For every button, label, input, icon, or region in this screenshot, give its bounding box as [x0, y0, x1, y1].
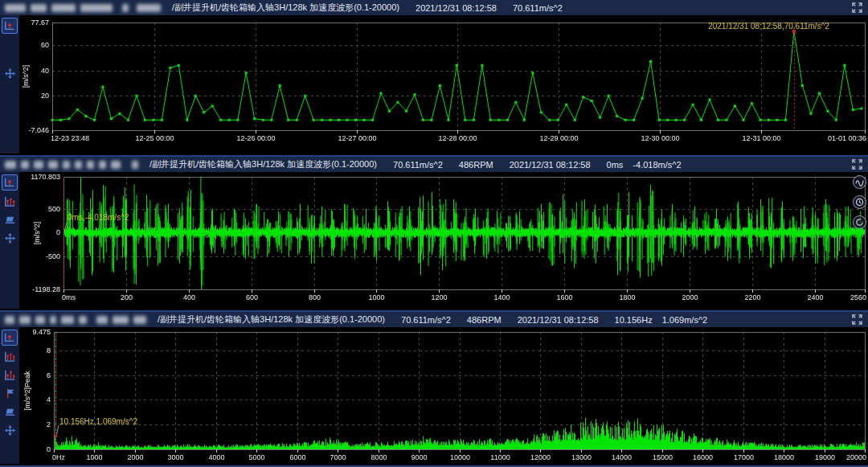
spectrum-icon: [4, 195, 16, 207]
history-button[interactable]: [853, 195, 866, 209]
spectrum-icon: [4, 350, 16, 363]
amplitude-value: 70.611m/s^2: [393, 160, 443, 170]
flag-icon: [4, 387, 16, 399]
timestamp: 2021/12/31 08:12:58: [510, 160, 591, 170]
history-icon: [855, 198, 864, 207]
panel-title: /副井提升机/齿轮箱输入轴3H/128k 加速度波形(0.1-20000): [172, 2, 399, 14]
screen-icon: [4, 406, 16, 418]
refresh-button[interactable]: [853, 215, 866, 229]
waveform-panel: /副井提升机/齿轮箱输入轴3H/128k 加速度波形(0.1-20000) 70…: [0, 157, 868, 312]
spectrum-tool[interactable]: [2, 348, 18, 364]
rpm-value: 486RPM: [459, 160, 493, 170]
screen-icon: [4, 214, 16, 226]
chart-toolbar: [0, 15, 19, 154]
waveform-mode-button[interactable]: [853, 175, 866, 189]
chart-cursor-tool[interactable]: [2, 174, 18, 190]
chart-cursor-icon: [4, 332, 15, 343]
amplitude-value: 70.611m/s^2: [513, 3, 563, 13]
rpm-value: 486RPM: [467, 315, 502, 325]
cursor-x-value: 10.156Hz: [615, 315, 653, 325]
chart-quick-buttons: [853, 175, 866, 229]
chart-toolbar: [0, 327, 19, 464]
expand-button[interactable]: [850, 313, 863, 326]
chart-toolbar: [0, 172, 19, 309]
expand-icon: [852, 159, 862, 170]
amplitude-value: 70.611m/s^2: [401, 315, 451, 325]
flag-tool[interactable]: [2, 385, 18, 401]
expand-button[interactable]: [850, 158, 863, 171]
spectrum-tool[interactable]: [2, 193, 18, 209]
expand-button[interactable]: [850, 2, 863, 14]
chart-cursor-tool[interactable]: [2, 18, 18, 34]
spectrum-panel: /副井提升机/齿轮箱输入轴3H/128k 加速度波形(0.1-20000) 70…: [0, 312, 868, 467]
trend-panel: /副井提升机/齿轮箱输入轴3H/128k 加速度波形(0.1-20000) 20…: [0, 0, 868, 157]
move-tool[interactable]: [2, 230, 18, 246]
spectrum-alt-icon: [4, 369, 16, 381]
redacted-text: [5, 161, 143, 169]
spectrum-panel-header: /副井提升机/齿轮箱输入轴3H/128k 加速度波形(0.1-20000) 70…: [0, 312, 868, 327]
waveform-chart-area: [19, 172, 868, 309]
timestamp: 2021/12/31 08:12:58: [518, 315, 599, 325]
move-tool[interactable]: [2, 65, 18, 81]
spectrum-alt-tool[interactable]: [2, 367, 18, 383]
waveform-mode-icon: [855, 178, 864, 186]
trend-chart[interactable]: [19, 15, 868, 154]
redacted-text: [5, 316, 151, 324]
cursor-x-value: 0ms: [607, 160, 624, 170]
spectrum-chart-area: [19, 327, 868, 464]
spectrum-chart[interactable]: [19, 327, 868, 464]
chart-cursor-icon: [4, 177, 15, 188]
panel-title: /副井提升机/齿轮箱输入轴3H/128k 加速度波形(0.1-20000): [158, 313, 385, 326]
chart-cursor-tool[interactable]: [2, 330, 18, 346]
cursor-y-value: 1.069m/s^2: [662, 315, 708, 325]
move-tool[interactable]: [2, 422, 18, 438]
waveform-panel-header: /副井提升机/齿轮箱输入轴3H/128k 加速度波形(0.1-20000) 70…: [0, 157, 868, 172]
screen-tool[interactable]: [2, 404, 18, 420]
expand-icon: [852, 314, 862, 325]
move-icon: [4, 424, 16, 436]
trend-panel-header: /副井提升机/齿轮箱输入轴3H/128k 加速度波形(0.1-20000) 20…: [0, 0, 868, 15]
panel-title: /副井提升机/齿轮箱输入轴3H/128k 加速度波形(0.1-20000): [149, 158, 377, 170]
chart-cursor-icon: [4, 20, 15, 31]
trend-chart-area: [19, 15, 868, 154]
refresh-icon: [855, 218, 864, 227]
screen-tool[interactable]: [2, 211, 18, 227]
move-icon: [4, 232, 16, 244]
redacted-text: [5, 4, 166, 12]
cursor-y-value: -4.018m/s^2: [633, 160, 681, 170]
timestamp: 2021/12/31 08:12:58: [416, 3, 497, 13]
expand-icon: [852, 2, 862, 13]
move-icon: [4, 68, 16, 80]
waveform-chart[interactable]: [19, 172, 868, 309]
